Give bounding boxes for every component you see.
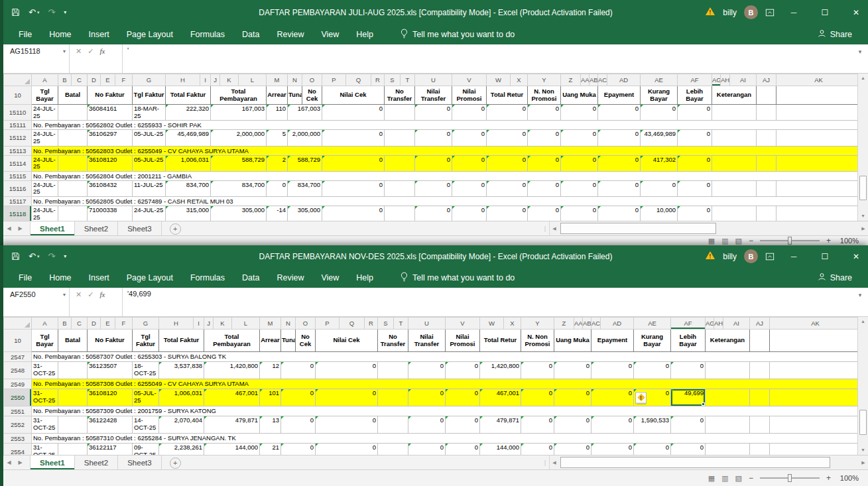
zoom-in-icon[interactable]: + <box>826 474 831 482</box>
column-header-AI[interactable]: AI <box>730 74 757 86</box>
cell-AF15118[interactable]: 0 <box>678 206 712 221</box>
cell-D2548[interactable]: 36123507 <box>88 362 133 379</box>
cell-H15116[interactable]: 834,700 <box>166 180 211 196</box>
cell-M15110[interactable]: 110 <box>267 105 288 121</box>
column-header-AC[interactable]: AC <box>591 318 601 330</box>
cell-D2552[interactable]: 36122428 <box>88 416 133 434</box>
header-cell-arrear[interactable]: Arrear <box>260 330 281 352</box>
zoom-out-icon[interactable]: − <box>749 237 753 245</box>
group-label-cell[interactable]: No. Pembayaran : 50587307 Outlet : 62553… <box>32 352 861 362</box>
cell-V2548[interactable]: 0 <box>446 362 480 379</box>
account-user-name[interactable]: billy <box>723 252 737 261</box>
column-header-AE[interactable]: AE <box>641 74 678 86</box>
scroll-down-icon[interactable]: ▼ <box>859 212 868 221</box>
cell-Z15112[interactable]: 0 <box>561 130 598 146</box>
zoom-slider-thumb[interactable] <box>788 237 792 245</box>
header-cell-epayment[interactable]: Epayment <box>598 86 641 105</box>
cell-A15116[interactable]: 24-JUL-25 <box>32 180 58 196</box>
cell-H15118[interactable]: 315,000 <box>166 206 211 221</box>
cell-Y15116[interactable]: 0 <box>528 180 561 196</box>
tab-splitter[interactable]: ⋮ <box>541 221 549 235</box>
cell-AE15110[interactable]: 0 <box>641 105 678 121</box>
page-layout-view-icon[interactable]: ▥ <box>721 237 728 245</box>
sheet-tab-sheet2[interactable]: Sheet2 <box>75 221 118 235</box>
zoom-level[interactable]: 100% <box>837 474 859 482</box>
redo-icon[interactable]: ↷ <box>48 252 55 261</box>
row-header-2551[interactable]: 2551 <box>4 406 32 416</box>
column-header-F[interactable]: F <box>115 74 133 86</box>
cancel-icon[interactable]: ✕ <box>76 290 82 299</box>
column-header-M[interactable]: M <box>260 318 281 330</box>
header-cell-no-transfer[interactable]: No Transfer <box>378 330 408 352</box>
cell-V2550[interactable]: 0 <box>446 389 480 406</box>
cell-AG15110[interactable] <box>712 105 757 121</box>
zoom-slider-thumb[interactable] <box>788 474 792 482</box>
cell-M15118[interactable]: -14 <box>267 206 288 221</box>
row-header-2552[interactable]: 2552 <box>4 416 32 434</box>
cell-S15118[interactable] <box>385 206 415 221</box>
ribbon-tab-home[interactable]: Home <box>40 273 80 282</box>
header-cell-tgl-faktur[interactable]: Tgl Faktur <box>133 86 166 105</box>
cell-W2550[interactable]: 467,001 <box>480 389 521 406</box>
cell-B15116[interactable] <box>58 180 88 196</box>
undo-dropdown-icon[interactable]: ▾ <box>37 10 40 15</box>
column-header-G[interactable]: G <box>133 74 166 86</box>
cell-J2550[interactable]: 467,001 <box>204 389 260 406</box>
ribbon-tab-insert[interactable]: Insert <box>80 273 118 282</box>
cell-AJ2554[interactable] <box>750 444 770 456</box>
column-header-Q[interactable]: Q <box>340 318 365 330</box>
header-cell-total-faktur[interactable]: Total Faktur <box>159 330 204 352</box>
ribbon-tab-data[interactable]: Data <box>233 273 268 282</box>
vertical-scroll-track[interactable] <box>858 83 868 212</box>
cell-AJ15112[interactable] <box>757 130 776 146</box>
cell-U2548[interactable]: 0 <box>408 362 446 379</box>
header-cell-kurang-bayar[interactable]: Kurang Bayar <box>641 86 678 105</box>
header-cell-uang-muka[interactable]: Uang Muka <box>554 330 591 352</box>
cell-J15118[interactable]: 305,000 <box>211 206 267 221</box>
scroll-down-icon[interactable]: ▼ <box>859 446 868 455</box>
row-header-15117[interactable]: 15117 <box>4 197 32 206</box>
cell-AJ15110[interactable] <box>757 105 776 121</box>
close-button[interactable]: ✕ <box>844 0 868 25</box>
cell-AC2548[interactable]: 0 <box>591 362 634 379</box>
row-header-15111[interactable]: 15111 <box>4 121 32 130</box>
cell-D15114[interactable]: 36108120 <box>88 155 133 171</box>
header-cell-empty[interactable] <box>770 330 861 352</box>
column-header-V[interactable]: V <box>452 74 487 86</box>
column-header-P[interactable]: P <box>316 318 340 330</box>
cell-H15112[interactable]: 45,469,989 <box>166 130 211 146</box>
cell-B15110[interactable] <box>58 105 88 121</box>
ribbon-display-options-icon[interactable] <box>765 252 775 261</box>
sheet-tab-sheet1[interactable]: Sheet1 <box>31 456 75 469</box>
column-header-Z[interactable]: Z <box>554 318 574 330</box>
group-label-cell[interactable]: No. Pembayaran : 50587310 Outlet : 62552… <box>32 434 861 444</box>
cell-Y2554[interactable]: 0 <box>521 444 554 456</box>
column-header-AD[interactable]: AD <box>607 74 641 86</box>
cell-P15114[interactable]: 0 <box>322 155 385 171</box>
enter-icon[interactable]: ✓ <box>88 47 93 56</box>
cell-Z15110[interactable]: 0 <box>561 105 598 121</box>
cell-G2548[interactable]: 18-OCT-25 <box>133 362 159 379</box>
row-header-10[interactable]: 10 <box>4 330 32 352</box>
minimize-button[interactable]: ─ <box>782 0 806 25</box>
scroll-right-icon[interactable]: ▶ <box>859 226 868 231</box>
cell-V15114[interactable]: 0 <box>452 155 487 171</box>
column-header-AJ[interactable]: AJ <box>757 74 776 86</box>
cell-Y2548[interactable]: 0 <box>521 362 554 379</box>
ribbon-tab-file[interactable]: File <box>10 273 40 282</box>
header-cell-tgl-bayar[interactable]: Tgl Bayar <box>32 86 58 105</box>
column-header-Y[interactable]: Y <box>521 318 554 330</box>
cell-N2554[interactable]: 0 <box>281 444 316 456</box>
column-header-D[interactable]: D <box>88 318 101 330</box>
cell-W2548[interactable]: 1,420,800 <box>480 362 521 379</box>
cell-AF15116[interactable]: 0 <box>678 180 712 196</box>
column-header-M[interactable]: M <box>267 74 288 86</box>
cell-V15118[interactable]: 0 <box>452 206 487 221</box>
name-box[interactable]: AF2550 ▾ <box>3 288 70 316</box>
cell-D2554[interactable]: 36122117 <box>88 444 133 456</box>
fill-handle[interactable] <box>702 402 705 406</box>
cell-M2550[interactable]: 101 <box>260 389 281 406</box>
horizontal-scroll-track[interactable] <box>559 456 859 469</box>
column-header-N[interactable]: N <box>281 318 296 330</box>
cell-A15110[interactable]: 24-JUL-25 <box>32 105 58 121</box>
